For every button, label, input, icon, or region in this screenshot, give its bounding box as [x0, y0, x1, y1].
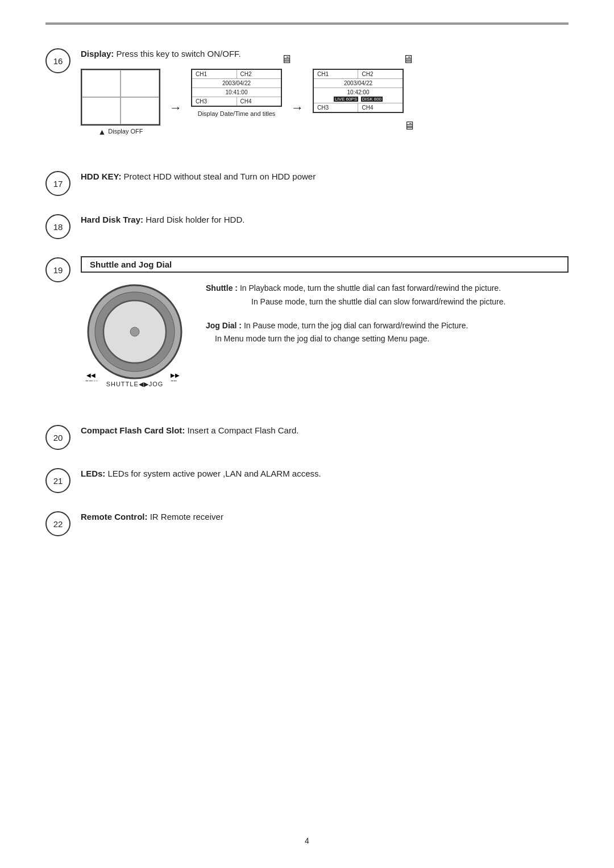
jog-desc1-text: In Pause mode, turn the jog dial can for…	[244, 321, 468, 330]
display-off-label: ▲ Display OFF	[98, 128, 143, 136]
arrow-right-1: →	[169, 89, 182, 115]
section-16: 16 Display: Press this key to switch ON/…	[45, 47, 569, 136]
jog-desc2: In Menu mode turn the jog dial to change…	[215, 334, 429, 343]
section-21-desc: LEDs for system active power ,LAN and AL…	[108, 469, 321, 478]
section-18: 18 Hard Disk Tray: Hard Disk holder for …	[45, 213, 569, 239]
shuttle-label-box: Shuttle and Jog Dial	[81, 256, 569, 273]
grid-cell-3	[82, 97, 121, 124]
screen-block-1: 🖥 CH1 CH2 2003/04/22 10:41:00	[191, 69, 282, 107]
shuttle-desc1-text: In Playback mode, turn the shuttle dial …	[240, 283, 501, 293]
section-20-text: Compact Flash Card Slot: Insert a Compac…	[81, 424, 569, 437]
ch2-header: CH2	[237, 69, 281, 79]
section-20-desc: Insert a Compact Flash Card.	[188, 425, 299, 435]
section-16-desc: Press this key to switch ON/OFF.	[117, 49, 241, 59]
ff-text: ▶▶	[171, 372, 180, 378]
section-20-content: Compact Flash Card Slot: Insert a Compac…	[81, 424, 569, 437]
jog-desc: Jog Dial : In Pause mode, turn the jog d…	[206, 319, 569, 347]
section-19: 19 Shuttle and Jog Dial	[45, 256, 569, 401]
display-datetime-group: 🖥 CH1 CH2 2003/04/22 10:41:00	[191, 69, 282, 117]
shuttle-jog-dial-label: SHUTTLE◀▶JOG	[81, 381, 189, 388]
section-21-text: LEDs: LEDs for system active power ,LAN …	[81, 467, 569, 481]
dial-container: ◀◀ REW ▶▶ FF SHUTTLE◀▶JOG	[81, 282, 189, 401]
section-20: 20 Compact Flash Card Slot: Insert a Com…	[45, 424, 569, 450]
ch4-header: CH4	[237, 97, 281, 107]
shuttle-descriptions: Shuttle : In Playback mode, turn the shu…	[206, 282, 569, 356]
live-badge: LIVE 60PS	[334, 97, 358, 102]
arrow-up-icon: ▲	[98, 128, 106, 136]
grid-cell-4	[121, 97, 159, 124]
live-time-value: 10:42:00	[347, 89, 370, 95]
section-number-16: 16	[45, 48, 70, 73]
live-row-date: 2003/04/22	[313, 79, 403, 88]
screen-block-2: 🖥 CH1 CH2 2003/04/22 10:42:0	[313, 69, 404, 113]
svg-point-3	[130, 327, 139, 336]
rew-label: REW	[85, 379, 98, 381]
monitor-icon-2: 🖥	[403, 53, 414, 66]
section-17-content: HDD KEY: Protect HDD without steal and T…	[81, 170, 569, 183]
section-17-label: HDD KEY:	[81, 172, 121, 181]
section-21-label: LEDs:	[81, 469, 105, 478]
dt-row-time: 10:41:00	[192, 88, 281, 97]
section-16-text: Display: Press this key to switch ON/OFF…	[81, 47, 569, 61]
section-18-content: Hard Disk Tray: Hard Disk holder for HDD…	[81, 213, 569, 227]
live-row-ch34: CH3 CH4	[313, 103, 403, 113]
live-date: 2003/04/22	[313, 79, 403, 88]
shuttle-term: Shuttle :	[206, 283, 238, 293]
arrow-right-2: →	[291, 89, 304, 115]
display-diagrams: ▲ Display OFF → 🖥 CH1 CH2	[81, 69, 569, 136]
live-time: 10:42:00 LIVE 60PS DISK 800	[313, 88, 403, 103]
section-number-19: 19	[45, 257, 70, 282]
live-ch1: CH1	[313, 69, 358, 79]
live-table: CH1 CH2 2003/04/22 10:42:00 LIVE 60P	[313, 69, 404, 113]
section-17-desc: Protect HDD without steal and Turn on HD…	[124, 172, 316, 181]
grid-cell-1	[82, 70, 121, 97]
display-off-text: Display OFF	[108, 128, 143, 135]
section-number-22: 22	[45, 511, 70, 536]
section-number-20: 20	[45, 425, 70, 450]
dial-svg: ◀◀ REW ▶▶ FF	[81, 282, 189, 381]
datetime-table: CH1 CH2 2003/04/22 10:41:00 CH3	[191, 69, 282, 107]
section-number-21: 21	[45, 468, 70, 493]
section-18-desc: Hard Disk holder for HDD.	[146, 215, 244, 224]
page: 16 Display: Press this key to switch ON/…	[0, 0, 614, 868]
section-21: 21 LEDs: LEDs for system active power ,L…	[45, 467, 569, 493]
inner-grid	[82, 70, 159, 124]
live-ch4: CH4	[358, 103, 403, 113]
section-22-desc: IR Remote receiver	[150, 512, 223, 521]
section-21-content: LEDs: LEDs for system active power ,LAN …	[81, 467, 569, 481]
top-rule	[45, 23, 569, 24]
monitor-icon-3: 🖥	[404, 119, 415, 132]
page-number: 4	[305, 836, 309, 845]
section-22-text: Remote Control: IR Remote receiver	[81, 510, 569, 524]
disk-badge: DISK 800	[361, 97, 383, 102]
display-off-group: ▲ Display OFF	[81, 69, 160, 136]
section-number-18: 18	[45, 214, 70, 239]
shuttle-desc: Shuttle : In Playback mode, turn the shu…	[206, 282, 569, 309]
display-live-group: 🖥 CH1 CH2 2003/04/22 10:42:0	[313, 69, 404, 113]
monitor-icon-1: 🖥	[281, 53, 292, 66]
dt-row-headers: CH1 CH2	[192, 69, 281, 79]
grid-cell-2	[121, 70, 159, 97]
section-22-content: Remote Control: IR Remote receiver	[81, 510, 569, 524]
section-17: 17 HDD KEY: Protect HDD without steal an…	[45, 170, 569, 196]
section-19-content: Shuttle and Jog Dial ◀◀	[81, 256, 569, 401]
section-18-text: Hard Disk Tray: Hard Disk holder for HDD…	[81, 213, 569, 227]
section-18-label: Hard Disk Tray:	[81, 215, 143, 224]
rew-text: ◀◀	[86, 372, 96, 378]
section-number-17: 17	[45, 171, 70, 196]
shuttle-diagram-area: ◀◀ REW ▶▶ FF SHUTTLE◀▶JOG Shuttle : In P…	[81, 282, 569, 401]
date-cell-1: 2003/04/22	[192, 79, 281, 88]
live-row-headers: CH1 CH2	[313, 69, 403, 79]
jog-term: Jog Dial :	[206, 321, 242, 330]
section-22-label: Remote Control:	[81, 512, 148, 521]
time-cell-1: 10:41:00	[192, 88, 281, 97]
datetime-label: Display Date/Time and titles	[198, 110, 276, 117]
display-off-box	[81, 69, 160, 126]
ch1-header: CH1	[192, 69, 237, 79]
live-row-time: 10:42:00 LIVE 60PS DISK 800	[313, 88, 403, 103]
live-ch3: CH3	[313, 103, 358, 113]
section-20-label: Compact Flash Card Slot:	[81, 425, 185, 435]
shuttle-desc2: In Pause mode, turn the shuttle dial can…	[251, 297, 505, 306]
section-16-label: Display:	[81, 49, 114, 59]
section-16-content: Display: Press this key to switch ON/OFF…	[81, 47, 569, 136]
